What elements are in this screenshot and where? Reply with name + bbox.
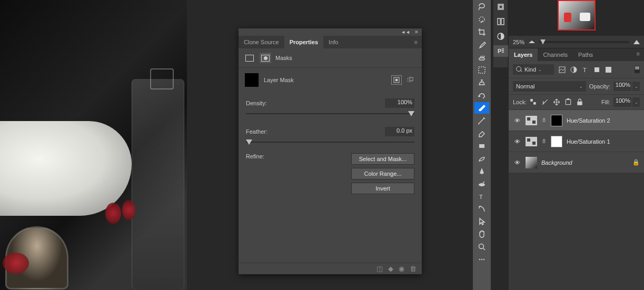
- tab-channels[interactable]: Channels: [538, 48, 572, 61]
- select-pixel-mask-icon[interactable]: [391, 75, 402, 85]
- eraser-tool-icon[interactable]: [474, 127, 489, 139]
- layer-filter-kind-select[interactable]: Kind ⌄: [513, 64, 554, 75]
- layer-name[interactable]: Hue/Saturation 1: [567, 138, 610, 145]
- filter-pixel-icon[interactable]: [558, 66, 566, 74]
- navigator-panel: [509, 0, 644, 36]
- filter-smartobject-icon[interactable]: [605, 66, 612, 74]
- smudge-tool-icon[interactable]: [474, 178, 489, 189]
- filter-type-icon[interactable]: T: [581, 66, 589, 74]
- lasso-tool-icon[interactable]: [474, 1, 489, 13]
- mask-thumbnail[interactable]: [245, 73, 259, 87]
- swatches-panel-icon[interactable]: [493, 16, 508, 27]
- zoom-out-icon[interactable]: [529, 41, 535, 43]
- svg-text:P: P: [498, 48, 501, 54]
- brush-tool-icon[interactable]: [474, 102, 489, 114]
- svg-rect-16: [498, 18, 500, 25]
- crop-tool-icon[interactable]: [474, 26, 489, 38]
- zoom-tool-icon[interactable]: [474, 241, 489, 253]
- healing-brush-tool-icon[interactable]: [474, 52, 489, 63]
- color-range-button[interactable]: Color Range...: [351, 168, 414, 179]
- lock-artboard-icon[interactable]: [564, 98, 572, 106]
- lock-image-icon[interactable]: [541, 98, 549, 106]
- svg-rect-7: [479, 144, 484, 148]
- layer-row[interactable]: 👁 8 Hue/Saturation 2: [509, 110, 644, 131]
- fill-label: Fill:: [601, 99, 610, 105]
- invert-button[interactable]: Invert: [351, 183, 414, 194]
- tab-properties[interactable]: Properties: [284, 36, 323, 48]
- filter-shape-icon[interactable]: [593, 66, 601, 74]
- type-tool-icon[interactable]: T: [474, 191, 489, 202]
- zoom-in-icon[interactable]: [633, 40, 640, 44]
- tab-paths[interactable]: Paths: [573, 48, 598, 61]
- fill-chevron-icon[interactable]: ⌄: [632, 97, 640, 107]
- pixel-mask-mode-icon[interactable]: [244, 53, 255, 63]
- panel-menu-icon[interactable]: ≡: [410, 37, 422, 47]
- density-value[interactable]: 100%: [385, 98, 414, 108]
- layer-name[interactable]: Background: [541, 159, 572, 166]
- lock-transparent-icon[interactable]: [530, 98, 537, 106]
- svg-rect-28: [566, 99, 571, 104]
- navigator-thumbnail[interactable]: [558, 0, 596, 31]
- layers-panel-menu-icon[interactable]: ≡: [632, 48, 644, 61]
- close-icon[interactable]: ✕: [414, 29, 419, 35]
- masks-label: Masks: [275, 55, 292, 61]
- density-slider[interactable]: [246, 110, 414, 117]
- eyedropper-tool-icon[interactable]: [474, 39, 489, 51]
- frame-tool-icon[interactable]: [474, 64, 489, 76]
- svg-rect-5: [479, 58, 484, 60]
- fill-value[interactable]: 100%: [613, 97, 631, 107]
- svg-rect-17: [501, 18, 504, 25]
- lock-icon[interactable]: 🔒: [632, 159, 640, 166]
- history-brush-tool-icon[interactable]: [474, 89, 489, 101]
- adjustment-layer-icon[interactable]: [526, 137, 537, 146]
- lock-position-icon[interactable]: [553, 98, 560, 106]
- document-canvas[interactable]: [0, 0, 187, 290]
- opacity-chevron-icon[interactable]: ⌄: [632, 82, 640, 91]
- layer-mask-thumbnail[interactable]: [551, 115, 562, 126]
- tab-info[interactable]: Info: [323, 36, 343, 48]
- blur-tool-icon[interactable]: [474, 140, 489, 152]
- paragraph-panel-icon[interactable]: P: [493, 45, 508, 57]
- svg-point-8: [479, 183, 485, 186]
- collapse-icon[interactable]: ◄◄: [401, 29, 410, 35]
- direct-selection-tool-icon[interactable]: [474, 216, 489, 227]
- delete-mask-icon[interactable]: 🗑: [410, 265, 417, 273]
- lock-all-icon[interactable]: [576, 98, 583, 106]
- hand-tool-icon[interactable]: [474, 228, 489, 240]
- lock-label: Lock:: [513, 99, 527, 105]
- apply-mask-icon[interactable]: ◆: [388, 265, 393, 273]
- adjustments-panel-icon[interactable]: [493, 31, 508, 42]
- layer-row[interactable]: 👁 8 Hue/Saturation 1: [509, 131, 644, 152]
- tab-layers[interactable]: Layers: [509, 48, 538, 61]
- load-selection-icon[interactable]: ◫: [377, 265, 383, 273]
- gradient-tool-icon[interactable]: [474, 115, 489, 126]
- visibility-toggle-icon[interactable]: 👁: [513, 159, 521, 166]
- layer-name[interactable]: Hue/Saturation 2: [567, 117, 610, 124]
- vector-mask-mode-icon[interactable]: [260, 53, 271, 63]
- disable-mask-icon[interactable]: ◉: [399, 265, 404, 273]
- dodge-tool-icon[interactable]: [474, 153, 489, 164]
- quick-selection-tool-icon[interactable]: [474, 14, 489, 25]
- opacity-value[interactable]: 100%: [613, 82, 631, 91]
- layer-thumbnail[interactable]: [526, 157, 537, 168]
- zoom-value[interactable]: 25%: [513, 39, 524, 45]
- tab-clone-source[interactable]: Clone Source: [239, 36, 284, 48]
- artboard-panel-icon[interactable]: [493, 1, 508, 13]
- pen-tool-icon[interactable]: [474, 165, 489, 177]
- add-vector-mask-icon[interactable]: [405, 75, 415, 85]
- adjustment-layer-icon[interactable]: [526, 116, 537, 125]
- blend-mode-select[interactable]: Normal ⌄: [513, 81, 586, 92]
- visibility-toggle-icon[interactable]: 👁: [513, 117, 521, 124]
- feather-slider[interactable]: [246, 138, 414, 146]
- feather-value[interactable]: 0.0 px: [385, 127, 414, 136]
- select-and-mask-button[interactable]: Select and Mask...: [351, 153, 414, 165]
- clone-stamp-tool-icon[interactable]: [474, 77, 489, 88]
- filter-adjustment-icon[interactable]: [570, 66, 578, 74]
- visibility-toggle-icon[interactable]: 👁: [513, 138, 521, 145]
- edit-toolbar-icon[interactable]: [474, 254, 489, 265]
- path-selection-tool-icon[interactable]: [474, 203, 489, 215]
- layer-mask-thumbnail[interactable]: [551, 136, 562, 147]
- zoom-slider[interactable]: [539, 41, 629, 43]
- filter-toggle[interactable]: [635, 66, 640, 73]
- layer-row[interactable]: 👁 Background 🔒: [509, 152, 644, 173]
